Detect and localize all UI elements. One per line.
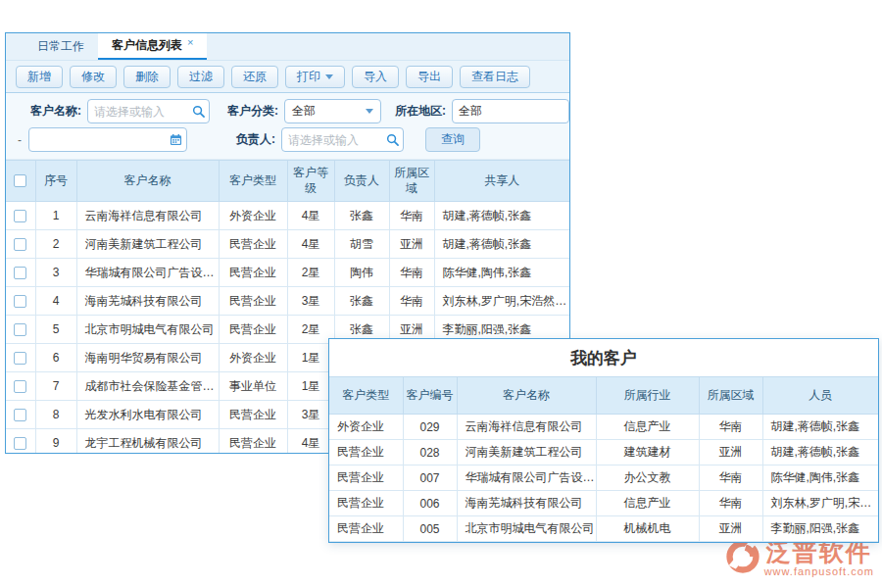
toolbar-button-label: 过滤	[189, 69, 213, 85]
cell-customer-name[interactable]: 海南芜城科技有限公司	[76, 287, 219, 316]
my-customers-title: 我的客户	[329, 339, 878, 376]
toolbar-button-6[interactable]: 导入	[352, 66, 399, 88]
cell-customer-name[interactable]: 华瑞城有限公司广告设计部	[457, 466, 596, 491]
cell-no: 8	[35, 401, 76, 429]
cell-industry: 信息产业	[596, 491, 699, 516]
cell-manager[interactable]: 张鑫	[334, 287, 389, 316]
row-checkbox[interactable]	[14, 352, 26, 365]
search-icon[interactable]	[187, 105, 209, 118]
column-header-3: 客户等级	[287, 161, 334, 202]
cell-customer-name[interactable]: 云南海祥信息有限公司	[76, 202, 219, 230]
table-row[interactable]: 1云南海祥信息有限公司外资企业4星张鑫华南胡建,蒋德帧,张鑫	[6, 202, 569, 230]
region-input[interactable]	[453, 100, 568, 122]
chevron-down-icon	[325, 74, 333, 79]
toolbar-button-2[interactable]: 删除	[123, 66, 171, 88]
cell-customer-name[interactable]: 北京市明城电气有限公司	[76, 316, 219, 344]
cell-customer-code[interactable]: 028	[403, 440, 457, 466]
cell-customer-code[interactable]: 005	[403, 516, 457, 542]
cell-customer-name[interactable]: 华瑞城有限公司广告设计部	[76, 259, 219, 287]
search-icon[interactable]	[381, 133, 403, 146]
cell-members: 刘东林,罗广明,宋浩然,...	[762, 491, 878, 516]
cell-customer-type: 民营企业	[219, 259, 287, 287]
tab-bar: 日常工作客户信息列表×	[6, 33, 569, 61]
customer-name-input[interactable]	[88, 100, 187, 122]
cell-customer-name[interactable]: 成都市社会保险基金管理...	[76, 372, 219, 401]
region-label: 所在地区:	[395, 103, 446, 120]
toolbar-button-8[interactable]: 查看日志	[460, 66, 530, 88]
tab-label: 日常工作	[37, 38, 84, 55]
cell-manager[interactable]: 胡雪	[334, 230, 389, 259]
panel-table-row[interactable]: 民营企业007华瑞城有限公司广告设计部办公文教华南陈华健,陶伟,张鑫	[329, 466, 878, 491]
toolbar-button-7[interactable]: 导出	[406, 66, 453, 88]
toolbar-button-5[interactable]: 打印	[285, 66, 345, 88]
customer-name-field[interactable]	[87, 99, 210, 123]
cell-customer-type: 外资企业	[329, 415, 403, 440]
date-field[interactable]	[28, 127, 187, 152]
row-checkbox[interactable]	[14, 267, 26, 279]
panel-table-row[interactable]: 民营企业028河南美新建筑工程公司建筑建材亚洲胡建,蒋德帧,张鑫	[329, 440, 878, 466]
customer-category-select[interactable]: 全部	[284, 99, 381, 123]
screen: 日常工作客户信息列表× 新增修改删除过滤还原打印导入导出查看日志 客户名称: 客…	[0, 0, 882, 588]
row-checkbox-cell	[6, 372, 35, 401]
cell-customer-name[interactable]: 龙宇工程机械有限公司	[76, 429, 219, 455]
date-input[interactable]	[29, 128, 165, 151]
cell-customer-name[interactable]: 云南海祥信息有限公司	[457, 415, 596, 440]
cell-manager[interactable]: 陶伟	[334, 259, 389, 287]
row-checkbox[interactable]	[14, 238, 26, 251]
row-checkbox[interactable]	[14, 295, 26, 308]
row-checkbox-cell	[6, 259, 35, 287]
cell-customer-name[interactable]: 海南芜城科技有限公司	[457, 491, 596, 516]
cell-customer-code[interactable]: 007	[403, 466, 457, 491]
cell-customer-code[interactable]: 006	[403, 491, 457, 516]
my-customers-panel: 我的客户 客户类型客户编号客户名称所属行业所属区域人员 外资企业029云南海祥信…	[328, 338, 879, 543]
row-checkbox[interactable]	[14, 409, 26, 421]
panel-column-header-4: 所属区域	[699, 377, 762, 415]
cell-customer-code[interactable]: 029	[403, 415, 457, 440]
cell-customer-name[interactable]: 北京市明城电气有限公司	[457, 516, 596, 542]
cell-customer-level: 1星	[287, 372, 334, 401]
panel-table-row[interactable]: 民营企业006海南芜城科技有限公司信息产业华南刘东林,罗广明,宋浩然,...	[329, 491, 878, 516]
toolbar-button-label: 修改	[81, 69, 105, 85]
select-all-header	[6, 161, 35, 202]
column-header-1: 客户名称	[76, 161, 219, 202]
toolbar-button-3[interactable]: 过滤	[177, 66, 224, 88]
cell-manager[interactable]: 张鑫	[334, 202, 389, 230]
table-row[interactable]: 2河南美新建筑工程公司民营企业4星胡雪亚洲胡建,蒋德帧,张鑫	[6, 230, 569, 259]
cell-region: 亚洲	[389, 230, 434, 259]
toolbar-button-1[interactable]: 修改	[70, 66, 117, 88]
cell-no: 5	[35, 316, 76, 344]
manager-field[interactable]	[281, 127, 404, 152]
cell-customer-name[interactable]: 海南明华贸易有限公司	[76, 344, 219, 372]
cell-customer-type: 民营企业	[219, 287, 287, 316]
row-checkbox[interactable]	[14, 210, 26, 222]
query-button[interactable]: 查询	[425, 127, 480, 152]
region-field[interactable]	[452, 99, 569, 123]
row-checkbox-cell	[6, 344, 35, 372]
cell-customer-name[interactable]: 河南美新建筑工程公司	[457, 440, 596, 466]
tab-1[interactable]: 客户信息列表×	[98, 33, 207, 60]
table-row[interactable]: 4海南芜城科技有限公司民营企业3星张鑫华南刘东林,罗广明,宋浩然,张鑫	[6, 287, 569, 316]
cell-customer-type: 外资企业	[219, 344, 287, 372]
manager-input[interactable]	[282, 128, 381, 151]
chevron-down-icon[interactable]	[359, 109, 380, 114]
calendar-icon[interactable]	[165, 133, 186, 146]
toolbar-button-0[interactable]: 新增	[16, 66, 63, 88]
toolbar-button-label: 查看日志	[471, 69, 518, 85]
row-checkbox[interactable]	[14, 323, 26, 336]
row-checkbox[interactable]	[14, 437, 26, 450]
row-checkbox-cell	[6, 316, 35, 344]
cell-customer-level: 4星	[287, 429, 334, 455]
filter-row-2: - 负责人: 查询	[6, 126, 569, 153]
select-all-checkbox[interactable]	[14, 174, 26, 187]
cell-customer-name[interactable]: 光发水利水电有限公司	[76, 401, 219, 429]
cell-customer-level: 2星	[287, 259, 334, 287]
tab-close-icon[interactable]: ×	[187, 36, 193, 48]
panel-table-row[interactable]: 外资企业029云南海祥信息有限公司信息产业华南胡建,蒋德帧,张鑫	[329, 415, 878, 440]
tab-0[interactable]: 日常工作	[24, 33, 98, 60]
row-checkbox[interactable]	[14, 380, 26, 393]
table-row[interactable]: 3华瑞城有限公司广告设计部民营企业2星陶伟华南陈华健,陶伟,张鑫	[6, 259, 569, 287]
toolbar-button-4[interactable]: 还原	[231, 66, 278, 88]
cell-customer-name[interactable]: 河南美新建筑工程公司	[76, 230, 219, 259]
panel-table-row[interactable]: 民营企业005北京市明城电气有限公司机械机电亚洲李勤丽,阳强,张鑫	[329, 516, 878, 542]
cell-customer-type: 民营企业	[219, 230, 287, 259]
